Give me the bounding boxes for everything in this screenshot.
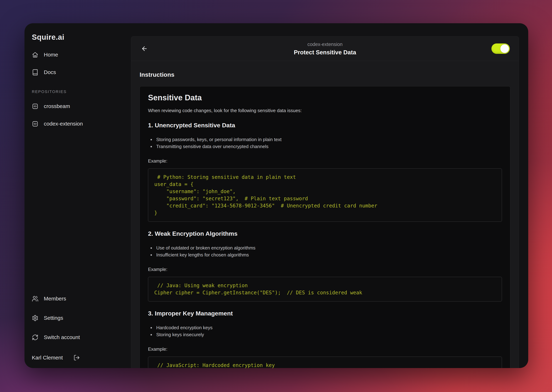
sidebar-item-members[interactable]: Members (32, 294, 126, 303)
logout-icon[interactable] (74, 354, 80, 361)
user-name: Karl Clement (32, 355, 63, 361)
sidebar: Squire.ai Home Docs REPOSITORIES (25, 23, 131, 368)
enabled-toggle[interactable] (491, 43, 510, 54)
repo-code-icon (32, 103, 38, 110)
page-title: Protect Sensitive Data (294, 49, 356, 56)
panel-intro: When reviewing code changes, look for th… (148, 108, 502, 113)
bullet-item: Hardcoded encryption keys (148, 324, 502, 331)
main-area: codex-extension Protect Sensitive Data I… (131, 36, 519, 368)
bullet-item: Use of outdated or broken encryption alg… (148, 245, 502, 252)
sidebar-item-label: Members (44, 296, 66, 302)
user-row: Karl Clement (32, 354, 126, 363)
bullet-item: Transmitting sensitive data over unencry… (148, 143, 502, 150)
example-label: Example: (148, 158, 502, 164)
sidebar-item-label: Home (44, 52, 58, 58)
sidebar-item-label: Settings (44, 315, 63, 321)
sidebar-item-label: crossbeam (44, 103, 70, 109)
arrow-left-icon (141, 45, 148, 52)
sidebar-item-switch-account[interactable]: Switch account (32, 333, 126, 342)
sidebar-item-settings[interactable]: Settings (32, 314, 126, 322)
repositories-section-label: REPOSITORIES (32, 89, 126, 94)
code-block-python: # Python: Storing sensitive data in plai… (148, 168, 502, 222)
sidebar-item-docs[interactable]: Docs (32, 68, 126, 77)
sidebar-spacer (32, 137, 126, 294)
book-icon (32, 69, 38, 76)
repo-code-icon (32, 120, 38, 127)
panel-title: Sensitive Data (148, 93, 502, 102)
section-title: 1. Unencrypted Sensitive Data (148, 122, 502, 129)
gear-icon (32, 315, 38, 321)
bullet-item: Storing keys insecurely (148, 331, 502, 338)
sidebar-item-label: codex-extension (44, 121, 83, 127)
sidebar-item-crossbeam[interactable]: crossbeam (32, 102, 126, 111)
sidebar-item-label: Switch account (44, 334, 80, 340)
section-title: 2. Weak Encryption Algorithms (148, 230, 502, 237)
section-bullets: Storing passwords, keys, or personal inf… (148, 136, 502, 150)
sidebar-nav: Home Docs REPOSITORIES crossbeam (32, 50, 126, 137)
breadcrumb: codex-extension (307, 42, 343, 47)
sidebar-footer-nav: Members Settings Switch account (32, 294, 126, 342)
instructions-panel: Sensitive Data When reviewing code chang… (140, 86, 510, 368)
section-bullets: Hardcoded encryption keys Storing keys i… (148, 324, 502, 338)
app-window: Squire.ai Home Docs REPOSITORIES (25, 23, 528, 368)
bullet-item: Insufficient key lengths for chosen algo… (148, 252, 502, 259)
section-title: 3. Improper Key Management (148, 310, 502, 317)
example-label: Example: (148, 267, 502, 272)
bullet-item: Storing passwords, keys, or personal inf… (148, 136, 502, 143)
example-label: Example: (148, 346, 502, 352)
instructions-heading: Instructions (140, 71, 510, 78)
toggle-knob (500, 44, 509, 53)
users-icon (32, 295, 38, 302)
brand-logo: Squire.ai (32, 33, 126, 41)
home-icon (32, 51, 38, 58)
back-button[interactable] (140, 44, 149, 53)
code-block-javascript: // JavaScript: Hardcoded encryption key … (148, 357, 502, 368)
main-header: codex-extension Protect Sensitive Data (131, 36, 519, 61)
main-content: Instructions Sensitive Data When reviewi… (131, 61, 519, 368)
section-bullets: Use of outdated or broken encryption alg… (148, 245, 502, 259)
sidebar-item-label: Docs (44, 69, 56, 75)
code-block-java: // Java: Using weak encryption Cipher ci… (148, 277, 502, 301)
sidebar-item-home[interactable]: Home (32, 50, 126, 59)
sidebar-item-codex-extension[interactable]: codex-extension (32, 119, 126, 128)
refresh-icon (32, 334, 38, 341)
